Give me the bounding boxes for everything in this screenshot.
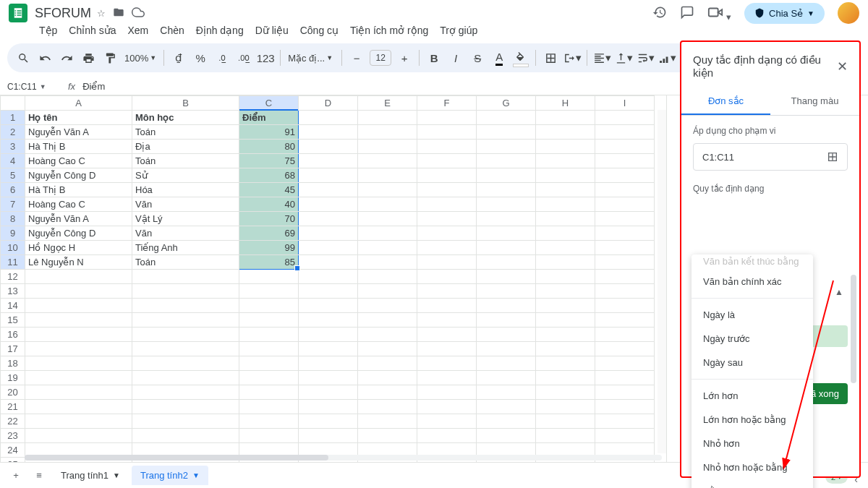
cell[interactable] (299, 255, 358, 270)
row-15[interactable]: 15 (1, 313, 25, 328)
cell[interactable] (536, 299, 595, 313)
cell[interactable] (299, 414, 358, 429)
cell[interactable] (595, 313, 655, 328)
cell[interactable] (25, 270, 132, 284)
cell[interactable] (477, 111, 536, 125)
row-24[interactable]: 24 (1, 443, 25, 458)
cell[interactable] (299, 356, 358, 371)
bold-icon[interactable]: B (424, 48, 444, 68)
cell[interactable] (477, 284, 536, 299)
cell[interactable] (417, 183, 477, 197)
cell[interactable] (358, 270, 417, 284)
zoom-select[interactable]: 100% ▼ (122, 53, 159, 64)
row-16[interactable]: 16 (1, 328, 25, 342)
cell[interactable] (299, 429, 358, 443)
text-color-icon[interactable]: A (489, 48, 509, 68)
cell[interactable] (239, 371, 299, 385)
cell[interactable] (595, 270, 655, 284)
cell[interactable] (536, 313, 595, 328)
cell[interactable] (477, 328, 536, 342)
cell[interactable] (358, 356, 417, 371)
cell[interactable] (536, 197, 595, 212)
sheets-logo[interactable] (9, 4, 27, 22)
cell[interactable] (299, 125, 358, 140)
dd-item-cut[interactable]: Văn bản kết thúc bằng (692, 254, 813, 270)
paint-format-icon[interactable] (100, 48, 120, 68)
cell[interactable] (239, 342, 299, 356)
row-20[interactable]: 20 (1, 385, 25, 400)
tab-color-scale[interactable]: Thang màu (770, 88, 859, 115)
cell[interactable] (477, 212, 536, 226)
cell[interactable] (536, 356, 595, 371)
cell[interactable] (536, 328, 595, 342)
cell[interactable] (536, 371, 595, 385)
cell[interactable] (358, 111, 417, 125)
cell[interactable] (299, 241, 358, 255)
cell[interactable]: Hà Thị B (25, 140, 132, 154)
more-formats-icon[interactable]: 123 (255, 48, 276, 68)
cell[interactable] (358, 328, 417, 342)
cell[interactable] (132, 429, 239, 443)
dd-date-after[interactable]: Ngày sau (692, 351, 813, 374)
cell[interactable] (595, 371, 655, 385)
dd-less[interactable]: Nhỏ hơn (692, 432, 813, 455)
cell[interactable] (477, 299, 536, 313)
cell[interactable]: Môn học (132, 111, 239, 125)
move-icon[interactable] (113, 7, 124, 20)
cell[interactable] (299, 183, 358, 197)
tab-sheet1[interactable]: Trang tính1 ▼ (52, 466, 129, 485)
cell[interactable] (417, 284, 477, 299)
row-21[interactable]: 21 (1, 400, 25, 414)
cell[interactable] (595, 197, 655, 212)
star-icon[interactable]: ☆ (97, 8, 106, 19)
cell[interactable]: 70 (239, 212, 299, 226)
cell[interactable] (417, 140, 477, 154)
spreadsheet-grid[interactable]: A B C D E F G H I 1Họ tênMôn họcĐiểm2Ngu… (0, 95, 655, 462)
cell[interactable] (536, 400, 595, 414)
cell[interactable] (25, 385, 132, 400)
dd-greater-eq[interactable]: Lớn hơn hoặc bằng (692, 408, 813, 432)
currency-icon[interactable]: ₫ (169, 48, 189, 68)
cell[interactable] (132, 299, 239, 313)
cell[interactable] (417, 255, 477, 270)
cell[interactable] (299, 168, 358, 183)
cell[interactable]: Hồ Ngọc H (25, 241, 132, 255)
dd-date-before[interactable]: Ngày trước (692, 327, 813, 351)
cell[interactable] (25, 328, 132, 342)
cell[interactable] (358, 414, 417, 429)
font-size-dec[interactable]: − (346, 48, 367, 68)
cell[interactable] (25, 342, 132, 356)
strike-icon[interactable]: S (467, 48, 488, 68)
avatar[interactable] (838, 2, 859, 24)
cell[interactable]: 85 (239, 255, 299, 270)
cell[interactable] (299, 385, 358, 400)
cell[interactable] (477, 429, 536, 443)
cell[interactable] (299, 140, 358, 154)
row-19[interactable]: 19 (1, 371, 25, 385)
dd-equal[interactable]: Bằng (692, 479, 813, 488)
cell[interactable] (536, 284, 595, 299)
cell[interactable] (358, 168, 417, 183)
cell[interactable] (417, 241, 477, 255)
col-I[interactable]: I (595, 96, 655, 111)
menu-format[interactable]: Định dạng (192, 23, 248, 38)
cell[interactable] (477, 313, 536, 328)
cell[interactable]: 40 (239, 197, 299, 212)
cell[interactable] (536, 183, 595, 197)
cell[interactable] (417, 371, 477, 385)
cell[interactable] (358, 183, 417, 197)
cell[interactable] (536, 140, 595, 154)
cell[interactable] (536, 111, 595, 125)
cell[interactable] (358, 226, 417, 241)
cell[interactable] (132, 385, 239, 400)
cell[interactable] (25, 400, 132, 414)
cell[interactable] (299, 328, 358, 342)
cell[interactable] (239, 328, 299, 342)
cell[interactable] (299, 226, 358, 241)
fill-color-icon[interactable] (511, 48, 531, 68)
cell[interactable] (536, 270, 595, 284)
cell[interactable] (358, 284, 417, 299)
cell[interactable] (239, 400, 299, 414)
cell[interactable] (536, 385, 595, 400)
cell[interactable] (358, 400, 417, 414)
